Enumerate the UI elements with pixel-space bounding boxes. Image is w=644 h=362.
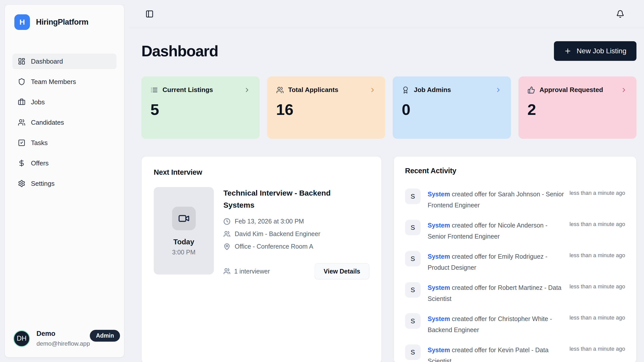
avatar: DH [13,330,30,347]
list-icon [150,86,158,94]
interview-meta: Feb 13, 2026 at 3:00 PM David Kim - Back… [223,218,369,250]
activity-text: System created offer for Robert Martinez… [428,282,565,304]
chevron-right-icon [244,86,251,94]
stats-row: Current Listings 5 Total Applicants 16 J… [141,76,636,139]
recent-activity-title: Recent Activity [405,167,625,175]
activity-timestamp: less than a minute ago [570,313,625,321]
stat-value: 5 [150,102,251,117]
sidebar-item-label: Jobs [31,98,45,106]
interview-title: Technical Interview - Backend Systems [223,187,344,211]
stat-card-total-applicants[interactable]: Total Applicants 16 [267,76,385,139]
video-icon-tile [172,207,196,230]
activity-item: S System created offer for Christopher W… [405,313,625,335]
thumbs-up-icon [528,86,535,94]
activity-actor-link[interactable]: System [428,222,450,229]
chevron-right-icon [369,86,376,94]
activity-text: System created offer for Nicole Anderson… [428,220,565,242]
activity-text: System created offer for Christopher Whi… [428,313,565,335]
plus-icon [564,47,572,55]
activity-avatar: S [405,251,421,266]
activity-item: S System created offer for Robert Martin… [405,282,625,304]
sidebar-item-candidates[interactable]: Candidates [12,115,116,130]
interview-details: Technical Interview - Backend Systems Fe… [223,187,369,279]
stat-label: Approval Requested [540,86,603,94]
activity-actor-link[interactable]: System [428,191,450,198]
lower-grid: Next Interview Today 3:00 PM Technical I… [141,156,636,362]
user-info: Demo demo@hireflow.app [36,330,90,347]
stat-card-header: Total Applicants [276,86,376,94]
activity-actor-link[interactable]: System [428,346,450,353]
notifications-button[interactable] [615,9,625,19]
activity-avatar: S [405,189,421,204]
interview-datetime-row: Feb 13, 2026 at 3:00 PM [223,218,369,225]
chevron-right-icon [620,86,627,94]
activity-timestamp: less than a minute ago [570,282,625,290]
brand: H HiringPlatform [12,14,116,30]
activity-avatar: S [405,220,421,235]
view-details-button[interactable]: View Details [315,263,369,279]
award-icon [402,86,409,94]
users-icon [18,119,25,126]
sidebar-item-dashboard[interactable]: Dashboard [12,54,116,69]
stat-value: 2 [528,102,628,117]
activity-actor-link[interactable]: System [428,284,450,291]
main-area: Dashboard New Job Listing Current Listin… [129,0,644,362]
topbar [129,0,644,28]
user-footer[interactable]: DH Demo demo@hireflow.app Admin [13,330,115,347]
sidebar-item-jobs[interactable]: Jobs [12,94,116,110]
clock-icon [223,218,230,225]
users-icon [276,86,284,94]
sidebar-item-settings[interactable]: Settings [12,176,116,191]
video-camera-icon [178,213,190,224]
activity-item: S System created offer for Nicole Anders… [405,220,625,242]
shield-icon [18,78,25,85]
users-icon [223,268,230,275]
sidebar: H HiringPlatform Dashboard Team Members … [5,5,124,357]
new-job-listing-label: New Job Listing [577,47,626,55]
user-name: Demo [36,330,90,338]
user-email: demo@hireflow.app [36,340,90,347]
brand-logo: H [14,14,30,30]
sidebar-item-tasks[interactable]: Tasks [12,135,116,151]
interview-location: Office - Conference Room A [235,243,313,250]
stat-card-approval-requested[interactable]: Approval Requested 2 [518,76,637,139]
interview-candidate-row: David Kim - Backend Engineer [223,230,369,238]
stat-card-job-admins[interactable]: Job Admins 0 [393,76,511,139]
activity-avatar: S [405,344,421,360]
dashboard-grid-icon [18,58,25,65]
sidebar-item-team-members[interactable]: Team Members [12,74,116,89]
page-title: Dashboard [141,42,218,60]
sidebar-nav: Dashboard Team Members Jobs Candidates T… [12,54,116,196]
sidebar-toggle-button[interactable] [144,9,155,19]
interview-body: Today 3:00 PM Technical Interview - Back… [154,187,369,279]
sidebar-item-label: Tasks [31,139,48,147]
activity-actor-link[interactable]: System [428,253,450,260]
brand-name: HiringPlatform [36,18,88,27]
dollar-icon [18,159,25,167]
sidebar-item-label: Team Members [31,78,76,86]
interview-datetime: Feb 13, 2026 at 3:00 PM [235,218,304,225]
panel-left-icon [145,10,154,18]
sidebar-item-offers[interactable]: Offers [12,155,116,171]
stat-label: Current Listings [163,86,213,94]
activity-text: System created offer for Emily Rodriguez… [428,251,565,273]
activity-timestamp: less than a minute ago [570,251,625,259]
activity-avatar: S [405,313,421,329]
next-interview-title: Next Interview [154,168,369,176]
new-job-listing-button[interactable]: New Job Listing [554,41,636,61]
role-badge: Admin [90,330,120,342]
activity-item: S System created offer for Kevin Patel -… [405,344,625,362]
stat-card-current-listings[interactable]: Current Listings 5 [141,76,260,139]
interview-day-label: Today [173,238,194,246]
interviewer-count-label: 1 interviewer [234,268,270,275]
chevron-right-icon [495,86,502,94]
activity-actor-link[interactable]: System [428,315,450,322]
gear-icon [18,180,25,187]
interview-time-label: 3:00 PM [172,249,195,256]
activity-text: System created offer for Sarah Johnson -… [428,189,565,211]
activity-list: S System created offer for Sarah Johnson… [405,189,625,362]
sidebar-item-label: Dashboard [31,58,63,65]
stat-card-header: Job Admins [402,86,502,94]
interview-candidate: David Kim - Backend Engineer [235,230,320,238]
map-pin-icon [223,243,230,250]
